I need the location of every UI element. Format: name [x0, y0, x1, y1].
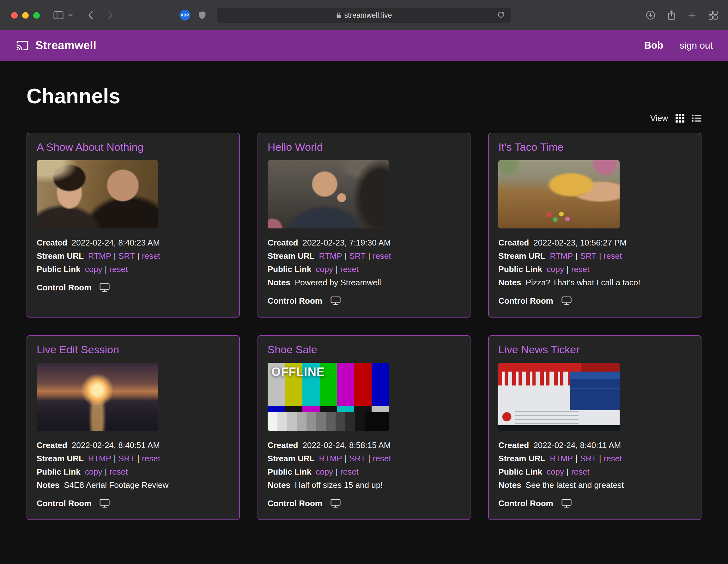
public-link-reset-link[interactable]: reset — [109, 264, 128, 274]
minimize-window-button[interactable] — [22, 12, 29, 19]
notes-label: Notes — [498, 478, 521, 492]
channel-title[interactable]: Live Edit Session — [37, 343, 230, 356]
close-window-button[interactable] — [11, 12, 18, 19]
copy-link[interactable]: copy — [85, 467, 102, 476]
public-link-row: Public Link copy|reset — [498, 465, 691, 478]
downloads-button[interactable] — [646, 10, 655, 20]
copy-link[interactable]: copy — [547, 467, 564, 476]
rtmp-link[interactable]: RTMP — [550, 454, 573, 463]
channel-thumbnail[interactable] — [37, 160, 158, 228]
rtmp-link[interactable]: RTMP — [319, 251, 342, 261]
control-room-row[interactable]: Control Room — [37, 281, 230, 294]
srt-link[interactable]: SRT — [118, 251, 135, 261]
brand[interactable]: Streamwell — [15, 39, 96, 52]
copy-link[interactable]: copy — [547, 264, 564, 274]
public-link-reset-link[interactable]: reset — [340, 264, 359, 274]
separator: | — [105, 467, 107, 476]
channel-thumbnail[interactable] — [498, 160, 620, 228]
channel-title[interactable]: A Show About Nothing — [37, 141, 230, 153]
control-room-row[interactable]: Control Room — [498, 497, 691, 510]
grid-view-button[interactable] — [676, 114, 684, 123]
channel-title[interactable]: Live News Ticker — [498, 343, 691, 356]
privacy-shield-button[interactable] — [198, 11, 206, 20]
notes-value: Half off sizes 15 and up! — [295, 478, 383, 492]
new-tab-button[interactable] — [688, 11, 696, 20]
srt-link[interactable]: SRT — [349, 251, 366, 261]
stream-url-reset-link[interactable]: reset — [604, 454, 622, 463]
srt-link[interactable]: SRT — [349, 454, 366, 463]
separator: | — [567, 467, 569, 476]
rtmp-link[interactable]: RTMP — [88, 454, 111, 463]
copy-link[interactable]: copy — [316, 467, 333, 476]
channel-card: Hello World Created 2022-02-23, 7:19:30 … — [258, 133, 471, 318]
stream-url-reset-link[interactable]: reset — [142, 251, 160, 261]
sidebar-toggle-button[interactable] — [53, 11, 64, 19]
stream-url-reset-link[interactable]: reset — [373, 251, 391, 261]
stream-url-reset-link[interactable]: reset — [142, 454, 160, 463]
stream-url-reset-link[interactable]: reset — [604, 251, 622, 261]
rtmp-link[interactable]: RTMP — [88, 251, 111, 261]
channel-title[interactable]: Shoe Sale — [268, 343, 461, 356]
reload-button[interactable] — [495, 10, 507, 20]
public-link-label: Public Link — [498, 263, 542, 276]
srt-link[interactable]: SRT — [580, 454, 597, 463]
notes-row: Notes Half off sizes 15 and up! — [268, 478, 461, 492]
grid-view-icon — [676, 114, 684, 123]
monitor-icon[interactable] — [561, 499, 572, 508]
channel-meta: Created 2022-02-23, 10:56:27 PM Stream U… — [498, 236, 691, 307]
control-room-row[interactable]: Control Room — [37, 497, 230, 510]
public-link-links: copy|reset — [85, 465, 128, 478]
list-view-button[interactable] — [692, 114, 701, 122]
public-link-reset-link[interactable]: reset — [571, 264, 590, 274]
public-link-reset-link[interactable]: reset — [571, 467, 590, 476]
stream-url-links: RTMP|SRT|reset — [550, 249, 622, 263]
public-link-row: Public Link copy|reset — [37, 465, 230, 478]
copy-link[interactable]: copy — [316, 264, 333, 274]
stream-url-reset-link[interactable]: reset — [373, 454, 391, 463]
back-icon — [88, 11, 93, 19]
forward-button[interactable] — [108, 11, 113, 19]
monitor-icon[interactable] — [331, 296, 341, 305]
adblock-extension-icon[interactable]: ABP — [179, 10, 190, 21]
channel-title[interactable]: It's Taco Time — [498, 141, 691, 153]
created-label: Created — [498, 439, 529, 452]
sign-out-link[interactable]: sign out — [680, 40, 713, 51]
zoom-window-button[interactable] — [33, 12, 40, 19]
srt-link[interactable]: SRT — [118, 454, 135, 463]
monitor-icon[interactable] — [100, 499, 110, 508]
control-room-row[interactable]: Control Room — [268, 497, 461, 510]
lock-icon — [336, 12, 341, 18]
channel-meta: Created 2022-02-24, 8:40:23 AM Stream UR… — [37, 236, 230, 294]
srt-link[interactable]: SRT — [580, 251, 597, 261]
channel-thumbnail[interactable] — [268, 160, 389, 228]
stream-url-row: Stream URL RTMP|SRT|reset — [37, 452, 230, 465]
monitor-icon[interactable] — [100, 283, 110, 292]
user-name[interactable]: Bob — [644, 40, 663, 51]
stream-url-links: RTMP|SRT|reset — [550, 452, 622, 465]
created-value: 2022-02-23, 10:56:27 PM — [533, 236, 627, 249]
control-room-row[interactable]: Control Room — [498, 294, 691, 307]
separator: | — [114, 454, 116, 463]
monitor-icon[interactable] — [561, 296, 572, 305]
sidebar-chevron-button[interactable] — [68, 14, 73, 17]
channel-thumbnail[interactable] — [37, 363, 158, 431]
monitor-icon[interactable] — [331, 499, 341, 508]
copy-link[interactable]: copy — [85, 264, 102, 274]
notes-label: Notes — [37, 478, 59, 492]
control-room-row[interactable]: Control Room — [268, 294, 461, 307]
channel-thumbnail[interactable]: OFFLINE — [268, 363, 389, 431]
back-button[interactable] — [88, 11, 93, 19]
separator: | — [105, 264, 107, 274]
address-bar[interactable]: streamwell.live — [217, 8, 511, 23]
public-link-label: Public Link — [37, 263, 81, 276]
rtmp-link[interactable]: RTMP — [319, 454, 342, 463]
public-link-reset-link[interactable]: reset — [340, 467, 359, 476]
separator: | — [114, 251, 116, 261]
channel-thumbnail[interactable] — [498, 363, 620, 431]
rtmp-link[interactable]: RTMP — [550, 251, 573, 261]
channel-title[interactable]: Hello World — [268, 141, 461, 153]
public-link-reset-link[interactable]: reset — [109, 467, 128, 476]
share-button[interactable] — [667, 10, 676, 20]
tab-overview-button[interactable] — [708, 10, 718, 20]
separator: | — [137, 251, 139, 261]
